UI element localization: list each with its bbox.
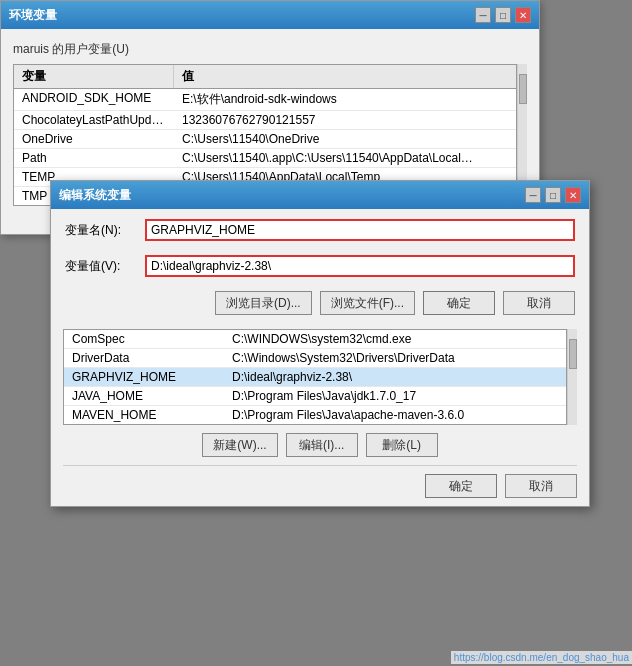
sys-row-maven-home[interactable]: MAVEN_HOME D:\Program Files\Java\apache-… (64, 406, 566, 424)
sys-row-comspec[interactable]: ComSpec C:\WINDOWS\system32\cmd.exe (64, 330, 566, 349)
col-header-val: 值 (174, 65, 516, 88)
sys-row-java-home[interactable]: JAVA_HOME D:\Program Files\Java\jdk1.7.0… (64, 387, 566, 406)
user-row-android[interactable]: ANDROID_SDK_HOME E:\软件\android-sdk-windo… (14, 89, 516, 111)
user-row-choco[interactable]: ChocolateyLastPathUpdate 132360767627901… (14, 111, 516, 130)
user-row-onedrive[interactable]: OneDrive C:\Users\11540\OneDrive (14, 130, 516, 149)
user-row-onedrive-var: OneDrive (14, 130, 174, 148)
user-row-path-var: Path (14, 149, 174, 167)
browse-files-button[interactable]: 浏览文件(F)... (320, 291, 415, 315)
sys-row-driverdata-val: C:\Windows\System32\Drivers\DriverData (224, 349, 534, 367)
var-name-input[interactable] (145, 219, 575, 241)
sys-row-java-home-var: JAVA_HOME (64, 387, 224, 405)
user-row-path[interactable]: Path C:\Users\11540\.app\C:\Users\11540\… (14, 149, 516, 168)
env-title-bar: 环境变量 ─ □ ✕ (1, 1, 539, 29)
sys-new-button[interactable]: 新建(W)... (202, 433, 277, 457)
user-row-choco-val: 13236076762790121557 (174, 111, 484, 129)
watermark: https://blog.csdn.me/en_dog_shao_hua (451, 651, 632, 664)
sys-row-comspec-val: C:\WINDOWS\system32\cmd.exe (224, 330, 534, 348)
dialog-cancel-button[interactable]: 取消 (503, 291, 575, 315)
sys-row-graphviz-val: D:\ideal\graphviz-2.38\ (224, 368, 534, 386)
maximize-button[interactable]: □ (495, 7, 511, 23)
dialog-action-buttons: 浏览目录(D)... 浏览文件(F)... 确定 取消 (51, 281, 589, 325)
sys-action-buttons: 新建(W)... 编辑(I)... 删除(L) (51, 425, 589, 465)
browse-dirs-button[interactable]: 浏览目录(D)... (215, 291, 312, 315)
sys-row-comspec-var: ComSpec (64, 330, 224, 348)
edit-maximize-button[interactable]: □ (545, 187, 561, 203)
user-row-choco-var: ChocolateyLastPathUpdate (14, 111, 174, 129)
sys-edit-button[interactable]: 编辑(I)... (286, 433, 358, 457)
edit-close-button[interactable]: ✕ (565, 187, 581, 203)
user-row-android-var: ANDROID_SDK_HOME (14, 89, 174, 110)
edit-title-controls: ─ □ ✕ (525, 187, 581, 203)
env-ok-button[interactable]: 确定 (425, 474, 497, 498)
var-name-row: 变量名(N): (51, 209, 589, 245)
sys-row-driverdata[interactable]: DriverData C:\Windows\System32\Drivers\D… (64, 349, 566, 368)
dialog-ok-button[interactable]: 确定 (423, 291, 495, 315)
sys-table-scrollbar[interactable] (567, 329, 577, 425)
minimize-button[interactable]: ─ (475, 7, 491, 23)
var-value-label: 变量值(V): (65, 258, 145, 275)
var-value-row: 变量值(V): (51, 245, 589, 281)
edit-dialog: 编辑系统变量 ─ □ ✕ 变量名(N): 变量值(V): 浏览目录(D)... … (50, 180, 590, 507)
user-table-header: 变量 值 (14, 65, 516, 89)
sys-row-graphviz-var: GRAPHVIZ_HOME (64, 368, 224, 386)
edit-dialog-title: 编辑系统变量 (59, 187, 131, 204)
env-window-title: 环境变量 (9, 7, 57, 24)
sys-row-java-home-val: D:\Program Files\Java\jdk1.7.0_17 (224, 387, 534, 405)
close-button[interactable]: ✕ (515, 7, 531, 23)
var-value-input[interactable] (145, 255, 575, 277)
col-header-var: 变量 (14, 65, 174, 88)
sys-row-maven-home-var: MAVEN_HOME (64, 406, 224, 424)
user-row-android-val: E:\软件\android-sdk-windows (174, 89, 484, 110)
user-section-label: maruis 的用户变量(U) (13, 41, 527, 58)
user-row-onedrive-val: C:\Users\11540\OneDrive (174, 130, 484, 148)
edit-title-bar: 编辑系统变量 ─ □ ✕ (51, 181, 589, 209)
env-title-controls: ─ □ ✕ (475, 7, 531, 23)
var-name-label: 变量名(N): (65, 222, 145, 239)
env-cancel-button[interactable]: 取消 (505, 474, 577, 498)
sys-delete-button[interactable]: 删除(L) (366, 433, 438, 457)
sys-row-driverdata-var: DriverData (64, 349, 224, 367)
sys-row-maven-home-val: D:\Program Files\Java\apache-maven-3.6.0 (224, 406, 534, 424)
edit-minimize-button[interactable]: ─ (525, 187, 541, 203)
user-row-path-val: C:\Users\11540\.app\C:\Users\11540\AppDa… (174, 149, 484, 167)
sys-row-graphviz[interactable]: GRAPHVIZ_HOME D:\ideal\graphviz-2.38\ (64, 368, 566, 387)
